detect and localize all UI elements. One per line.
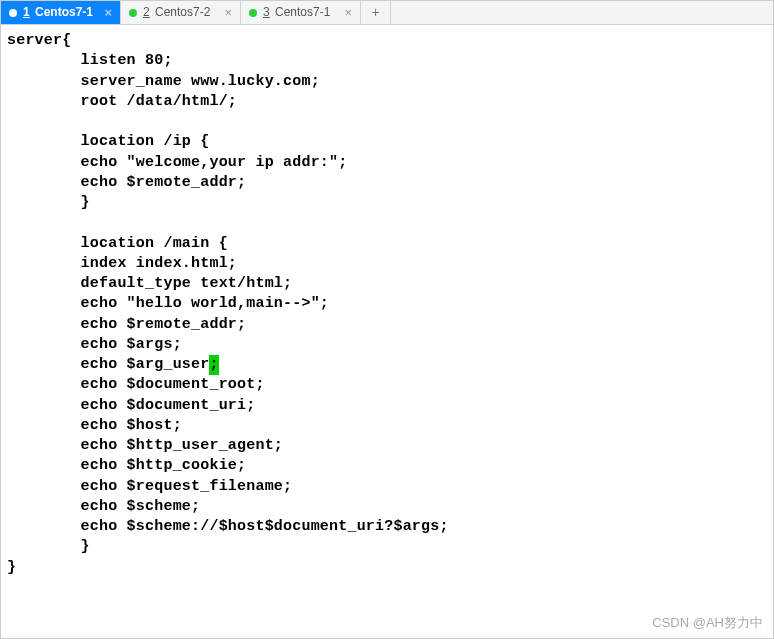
tab-2[interactable]: 2 Centos7-2× — [121, 1, 241, 24]
tab-label: 1 Centos7-1 — [23, 4, 98, 20]
tab-1[interactable]: 1 Centos7-1× — [1, 1, 121, 24]
code-line: echo "welcome,your ip addr:"; — [7, 153, 767, 173]
code-line: listen 80; — [7, 51, 767, 71]
code-line: location /ip { — [7, 132, 767, 152]
code-line: server{ — [7, 31, 767, 51]
cursor-block: ; — [209, 355, 218, 375]
status-dot-icon — [129, 9, 137, 17]
code-line: } — [7, 558, 767, 578]
code-line: echo $scheme; — [7, 497, 767, 517]
status-dot-icon — [249, 9, 257, 17]
code-line: echo $arg_user; — [7, 355, 767, 375]
watermark-text: CSDN @AH努力中 — [652, 614, 763, 632]
code-line: echo $host; — [7, 416, 767, 436]
code-line: echo $remote_addr; — [7, 173, 767, 193]
code-line: } — [7, 537, 767, 557]
close-icon[interactable]: × — [224, 6, 232, 19]
code-line: echo $request_filename; — [7, 477, 767, 497]
code-line: echo $http_user_agent; — [7, 436, 767, 456]
code-line: } — [7, 193, 767, 213]
close-icon[interactable]: × — [344, 6, 352, 19]
tab-bar: 1 Centos7-1×2 Centos7-2×3 Centos7-1×+ — [1, 1, 773, 25]
tab-3[interactable]: 3 Centos7-1× — [241, 1, 361, 24]
code-line: echo $document_root; — [7, 375, 767, 395]
code-line: default_type text/html; — [7, 274, 767, 294]
code-line — [7, 112, 767, 132]
code-line: server_name www.lucky.com; — [7, 72, 767, 92]
code-line: echo "hello world,main-->"; — [7, 294, 767, 314]
status-dot-icon — [9, 9, 17, 17]
code-line: echo $scheme://$host$document_uri?$args; — [7, 517, 767, 537]
code-line: echo $document_uri; — [7, 396, 767, 416]
editor-content[interactable]: server{ listen 80; server_name www.lucky… — [1, 25, 773, 584]
close-icon[interactable]: × — [104, 6, 112, 19]
code-line: echo $remote_addr; — [7, 315, 767, 335]
code-line — [7, 213, 767, 233]
code-line: location /main { — [7, 234, 767, 254]
code-line: index index.html; — [7, 254, 767, 274]
code-line: root /data/html/; — [7, 92, 767, 112]
tab-label: 2 Centos7-2 — [143, 4, 218, 20]
add-tab-button[interactable]: + — [361, 1, 391, 24]
code-line: echo $args; — [7, 335, 767, 355]
tab-label: 3 Centos7-1 — [263, 4, 338, 20]
code-line: echo $http_cookie; — [7, 456, 767, 476]
